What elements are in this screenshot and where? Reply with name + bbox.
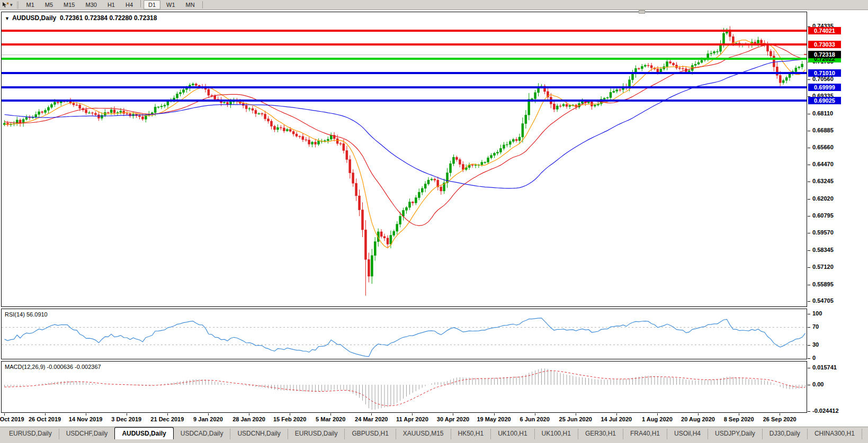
price-tick: 0.55895 <box>812 281 834 287</box>
date-label: 8 Oct 2019 <box>0 416 24 422</box>
date-label: 5 Mar 2020 <box>316 416 345 422</box>
macd-label: MACD(12,26,9) -0.000636 -0.002367 <box>5 364 101 370</box>
price-tick: 0.58345 <box>812 247 834 253</box>
chart-tab-gbpusd-h1[interactable]: GBPUSD,H1 <box>344 429 395 439</box>
timeframe-button-h4[interactable]: H4 <box>121 0 138 10</box>
price-tick: 0.68110 <box>812 110 833 116</box>
date-tick-dash <box>576 413 576 415</box>
date-tick-dash <box>4 413 5 415</box>
chart-title-dropdown-icon[interactable]: ▼ <box>5 16 10 21</box>
date-tick-dash <box>45 413 46 415</box>
macd-main-value: -0.000636 <box>47 364 73 370</box>
macd-canvas[interactable] <box>2 361 807 412</box>
chart-tab-usdjpy-daily[interactable]: USDJPY,Daily <box>708 429 762 439</box>
chart-tab-hk50-h1[interactable]: HK50,H1 <box>451 429 491 439</box>
price-tick-dash <box>808 216 810 216</box>
chart-tab-usdchf-daily[interactable]: USDCHF,Daily <box>59 429 115 439</box>
crosshair-cursor-icon[interactable] <box>2 2 9 8</box>
date-label: 11 Apr 2020 <box>396 416 428 422</box>
macd-tick-dash <box>808 368 810 368</box>
chart-tab-usoil-h4[interactable]: USOil,H4 <box>667 429 708 439</box>
date-tick-dash <box>330 413 331 415</box>
price-tick: 0.63245 <box>812 178 834 184</box>
level-price-badge[interactable]: 0.71010 <box>808 69 841 77</box>
timeframe-button-w1[interactable]: W1 <box>162 0 180 10</box>
chart-symbol-label: AUDUSD,Daily <box>12 14 56 22</box>
statusbar-filler <box>0 439 868 443</box>
date-tick-dash <box>167 413 168 415</box>
chart-tab-usdcnh-daily[interactable]: USDCNH,Daily <box>230 429 287 439</box>
timeframe-button-d1[interactable]: D1 <box>144 0 160 10</box>
date-tick-dash <box>412 413 413 415</box>
macd-tick: 0.015741 <box>812 364 837 370</box>
level-price-badge[interactable]: 0.73033 <box>808 41 841 48</box>
chart-tab-xauusd-m15[interactable]: XAUUSD,M15 <box>396 429 451 439</box>
timeframe-button-m15[interactable]: M15 <box>59 0 79 10</box>
chart-tab-eurusd-daily[interactable]: EURUSD,Daily <box>2 429 59 439</box>
main-chart-canvas[interactable] <box>2 12 807 306</box>
level-price-badge[interactable]: 0.69999 <box>808 84 841 91</box>
date-label: 21 Dec 2019 <box>150 416 184 422</box>
chart-tab-fra40-h1[interactable]: FRA40,H1 <box>623 429 667 439</box>
timeframe-button-m5[interactable]: M5 <box>40 0 58 10</box>
chart-tab-ger30-h1[interactable]: GER30,H1 <box>578 429 623 439</box>
rsi-tick-dash <box>808 314 810 314</box>
chart-tab-uk100-h1[interactable]: UK100,H1 <box>534 429 578 439</box>
price-tick-dash <box>808 131 810 131</box>
chart-scrollbar-thumb[interactable] <box>639 10 645 14</box>
price-tick-dash <box>808 114 810 114</box>
date-tick-dash <box>290 413 290 415</box>
timeframe-button-m30[interactable]: M30 <box>81 0 102 10</box>
macd-tick-dash <box>808 385 810 385</box>
macd-tick: 0.00 <box>812 381 824 387</box>
price-tick-dash <box>808 285 810 285</box>
rsi-tick-dash <box>808 358 810 359</box>
date-tick-dash <box>739 413 739 415</box>
chart-tabbar: EURUSD,DailyUSDCHF,DailyAUDUSD,DailyUSDC… <box>0 427 868 439</box>
level-price-badge[interactable]: 0.74021 <box>808 27 841 34</box>
price-tick-dash <box>808 233 810 233</box>
main-chart-panel: ▼AUDUSD,Daily 0.72361 0.72384 0.72280 0.… <box>1 12 807 307</box>
date-tick-dash <box>657 413 658 415</box>
rsi-canvas[interactable] <box>2 309 807 359</box>
date-label: 26 Sep 2020 <box>763 416 797 422</box>
chart-tab-usoil-h[interactable]: USOil,H <box>862 429 868 439</box>
chart-tab-dj30-daily[interactable]: DJ30,Daily <box>762 429 807 439</box>
price-tick: 0.54705 <box>812 297 834 304</box>
price-tick: 0.60795 <box>812 212 834 219</box>
level-price-badge[interactable]: 0.69025 <box>808 97 841 104</box>
macd-signal-value: -0.002367 <box>75 364 101 370</box>
date-tick-dash <box>494 413 495 415</box>
price-tick-dash <box>808 250 810 251</box>
date-tick-dash <box>780 413 780 415</box>
date-label: 3 Dec 2019 <box>111 416 141 422</box>
date-label: 8 Sep 2020 <box>724 416 754 422</box>
cursor-dropdown-caret[interactable]: ▾ <box>10 2 13 7</box>
date-tick-dash <box>453 413 453 415</box>
chart-tab-audusd-daily[interactable]: AUDUSD,Daily <box>114 427 173 439</box>
date-label: 28 Jan 2020 <box>232 416 265 422</box>
toolbar-grip <box>17 2 19 8</box>
date-tick-dash <box>371 413 372 415</box>
price-tick-dash <box>808 267 810 268</box>
date-label: 9 Jan 2020 <box>193 416 223 422</box>
date-label: 25 Jun 2020 <box>559 416 592 422</box>
date-label: 26 Oct 2019 <box>29 416 61 422</box>
toolbar: ▾ M1M5M15M30H1H4D1W1MN <box>0 0 868 10</box>
date-tick-dash <box>698 413 699 415</box>
chart-tab-eurusd-daily[interactable]: EURUSD,Daily <box>288 429 345 439</box>
price-tick: 0.57120 <box>812 264 834 270</box>
chart-tab-uk100-h1[interactable]: UK100,H1 <box>490 429 534 439</box>
date-label: 30 Apr 2020 <box>437 416 469 422</box>
rsi-tick: 70 <box>812 323 819 330</box>
timeframe-button-mn[interactable]: MN <box>181 0 200 10</box>
chart-tab-china300-h1[interactable]: CHINA300,H1 <box>807 429 862 439</box>
rsi-tick: 100 <box>812 310 822 317</box>
timeframe-button-h1[interactable]: H1 <box>103 0 120 10</box>
timeframe-button-m1[interactable]: M1 <box>22 0 39 10</box>
price-tick: 0.59570 <box>812 229 834 236</box>
price-tick: 0.62020 <box>812 195 834 202</box>
price-tick: 0.66885 <box>812 127 834 133</box>
date-tick-dash <box>86 413 86 415</box>
chart-tab-usdcad-daily[interactable]: USDCAD,Daily <box>174 429 230 439</box>
